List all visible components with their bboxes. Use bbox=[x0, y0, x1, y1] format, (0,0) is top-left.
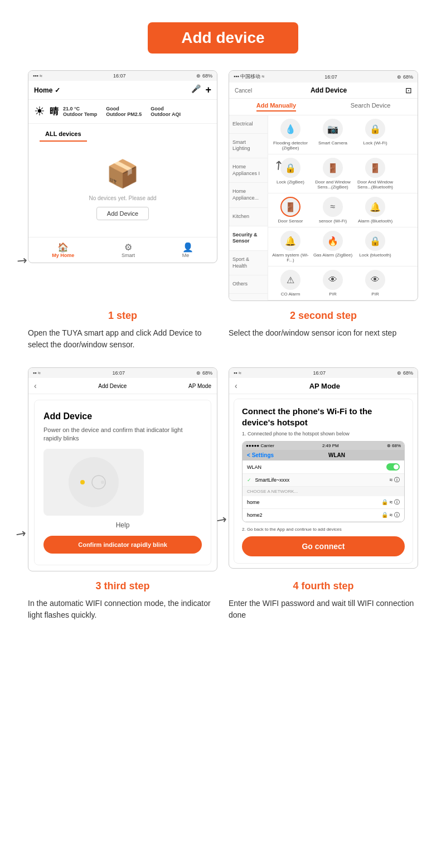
device-svg bbox=[90, 474, 107, 491]
ap-mode-title: AP Mode bbox=[309, 382, 340, 390]
ap-mode-label: AP Mode bbox=[188, 383, 211, 389]
confirm-button[interactable]: Confirm indicator rapidly blink bbox=[43, 536, 202, 554]
door-sensor-icon: 🚪 bbox=[280, 197, 300, 217]
cat-home-appliances1[interactable]: Home Appliances I bbox=[229, 158, 268, 183]
device-dot bbox=[80, 480, 85, 484]
wifi-info-icon: ≈ ⓘ bbox=[390, 476, 400, 484]
home-network: home bbox=[247, 500, 260, 505]
step4-label: 4 fourth step bbox=[229, 580, 418, 592]
status-bar-3: ▪▪ ≈ 16:07 ⊛ 68% bbox=[28, 368, 217, 378]
time-3: 16:07 bbox=[112, 370, 125, 376]
go-connect-button[interactable]: Go connect bbox=[242, 536, 405, 556]
device-circle bbox=[69, 457, 119, 507]
sensor-wifi-icon: ≈ bbox=[323, 197, 343, 217]
device-row-4: 🔔 Alarm system (Wi-F...) 🔥 Gas Alarm (Zi… bbox=[268, 227, 418, 266]
device-lock-wifi[interactable]: 🔒 Lock (Wi-Fi) bbox=[355, 119, 395, 151]
phone1-header: Home ✓ 🎤 + bbox=[28, 81, 217, 100]
cat-home-appliance2[interactable]: Home Appliance... bbox=[229, 183, 268, 207]
device-illustration bbox=[43, 449, 144, 516]
device-door-window-zigbee[interactable]: 🚪 Door and Window Sens...(ZigBee) bbox=[313, 158, 353, 190]
cancel-button[interactable]: Cancel bbox=[235, 88, 252, 94]
device-alarm-bt[interactable]: 🔔 Alarm (Bluetooth) bbox=[355, 197, 395, 224]
smartlife-network: SmartLife~xxxx bbox=[255, 477, 290, 483]
phone4-header: ‹ AP Mode bbox=[229, 378, 418, 394]
step3-label: 3 third step bbox=[28, 580, 217, 592]
device-pir1[interactable]: 👁 PIR bbox=[313, 270, 353, 297]
wifi-time: 2:49 PM bbox=[322, 443, 339, 448]
signal-3: ▪▪ ≈ bbox=[33, 370, 41, 376]
device-camera[interactable]: 📷 Smart Camera bbox=[313, 119, 353, 151]
device-row-3: 🚪 Door Sensor ≈ sensor (Wi-Fi) 🔔 Alarm (… bbox=[268, 193, 418, 227]
devices-column: 💧 Flooding detector (ZigBee) 📷 Smart Cam… bbox=[268, 115, 418, 300]
step2-desc: Select the door/window sensor icon for n… bbox=[229, 327, 418, 351]
pir2-icon: 👁 bbox=[365, 270, 385, 290]
add-device-title: Add Device bbox=[311, 86, 347, 94]
cat-electrical[interactable]: Electrical bbox=[229, 115, 268, 134]
time-1: 16:07 bbox=[113, 73, 126, 79]
flooding-icon: 💧 bbox=[280, 119, 300, 139]
home2-lock-icon: 🔒 ≈ ⓘ bbox=[381, 511, 400, 519]
cat-sport-health[interactable]: Sport & Health bbox=[229, 251, 268, 275]
wifi-settings-mock: ●●●●● Carrier 2:49 PM ⊛ 68% < Settings W… bbox=[242, 441, 405, 522]
door-window-bt-icon: 🚪 bbox=[365, 158, 385, 178]
wifi-battery: ⊛ 68% bbox=[387, 443, 401, 448]
device-flooding[interactable]: 💧 Flooding detector (ZigBee) bbox=[270, 119, 311, 151]
network-home[interactable]: home 🔒 ≈ ⓘ bbox=[243, 496, 404, 509]
battery-2: ⊛ 68% bbox=[397, 74, 413, 80]
cat-others[interactable]: Others bbox=[229, 275, 268, 294]
cat-kitchen[interactable]: Kitchen bbox=[229, 208, 268, 226]
device-alarm-system[interactable]: 🔔 Alarm system (Wi-F...) bbox=[270, 231, 311, 263]
device-door-sensor[interactable]: 🚪 Door Sensor bbox=[270, 197, 311, 224]
tab-search-device[interactable]: Search Device bbox=[351, 102, 391, 111]
network-home2[interactable]: home2 🔒 ≈ ⓘ bbox=[243, 509, 404, 522]
tab-row: Add Manually Search Device bbox=[229, 99, 418, 115]
alarm-bt-icon: 🔔 bbox=[365, 197, 385, 217]
cat-security-sensor[interactable]: Security & Sensor bbox=[229, 226, 268, 251]
carrier-signal: ▪▪▪ 中国移动 ≈ bbox=[234, 73, 265, 80]
wlan-title: WLAN bbox=[328, 452, 345, 458]
no-devices-area: 📦 No devices yet. Please add Add Device bbox=[28, 142, 217, 237]
home-nav-icon: 🏠 bbox=[52, 242, 74, 253]
device-sensor-wifi[interactable]: ≈ sensor (Wi-Fi) bbox=[313, 197, 353, 224]
weather-char: 晴 bbox=[50, 106, 59, 118]
connect-sub1: 1. Connected phone to the hotspot shown … bbox=[242, 431, 405, 437]
step-labels-row-2: 3 third step 4 fourth step bbox=[11, 580, 435, 592]
add-device-button[interactable]: Add Device bbox=[96, 207, 149, 220]
back-button-3[interactable]: ‹ bbox=[34, 381, 37, 390]
time-4: 16:07 bbox=[313, 370, 326, 376]
phone-mockup-2: ▪▪▪ 中国移动 ≈ 16:07 ⊛ 68% Cancel Add Device… bbox=[229, 70, 418, 301]
nav-smart[interactable]: ⚙ Smart bbox=[122, 242, 135, 258]
device-pir2[interactable]: 👁 PIR bbox=[355, 270, 395, 297]
back-button-4[interactable]: ‹ bbox=[235, 381, 237, 390]
phone2-header: Cancel Add Device ⊡ bbox=[229, 83, 418, 99]
status-bar-2: ▪▪▪ 中国移动 ≈ 16:07 ⊛ 68% bbox=[229, 71, 418, 83]
scan-icon[interactable]: ⊡ bbox=[405, 86, 412, 95]
desc-row-1: Open the TUYA smart app and click Add De… bbox=[11, 327, 435, 351]
all-devices-label: ALL devices bbox=[40, 127, 87, 142]
device-gas-alarm[interactable]: 🔥 Gas Alarm (ZigBee) bbox=[313, 231, 353, 263]
lock-bt-icon: 🔒 bbox=[365, 231, 385, 251]
svg-point-1 bbox=[101, 481, 104, 484]
go-back-note: 2. Go back to the App and continue to ad… bbox=[242, 527, 405, 532]
camera-icon: 📷 bbox=[323, 119, 343, 139]
nav-my-home[interactable]: 🏠 My Home bbox=[52, 242, 74, 258]
cat-smart-lighting[interactable]: Smart Lighting bbox=[229, 134, 268, 158]
device-door-window-bt[interactable]: 🚪 Door And Window Sens...(Bluetooth) bbox=[355, 158, 395, 190]
device-co-alarm[interactable]: ⚠ CO Alarm bbox=[270, 270, 311, 297]
nav-me[interactable]: 👤 Me bbox=[182, 242, 193, 258]
wlan-toggle-row: WLAN bbox=[243, 460, 404, 474]
add-device-heading: Add Device bbox=[43, 411, 202, 421]
page-title: Add device bbox=[148, 22, 298, 54]
wlan-toggle[interactable] bbox=[386, 463, 400, 471]
network-smartlife[interactable]: ✓ SmartLife~xxxx ≈ ⓘ bbox=[243, 474, 404, 487]
lock-wifi-icon: 🔒 bbox=[365, 119, 385, 139]
add-device-label-3: Add Device bbox=[98, 383, 127, 389]
plus-icon: + bbox=[205, 84, 211, 96]
device-lock-bt[interactable]: 🔒 Lock (bluetooth) bbox=[355, 231, 395, 263]
device-row-2: 🔒 Lock (ZigBee) 🚪 Door and Window Sens..… bbox=[268, 154, 418, 193]
toggle-dot bbox=[394, 464, 399, 469]
gas-alarm-icon: 🔥 bbox=[323, 231, 343, 251]
phone-mockup-4: ▪▪ ≈ 16:07 ⊛ 68% ‹ AP Mode Connect the p… bbox=[229, 367, 418, 571]
step1-label: 1 step bbox=[28, 310, 217, 322]
tab-add-manually[interactable]: Add Manually bbox=[256, 102, 297, 111]
